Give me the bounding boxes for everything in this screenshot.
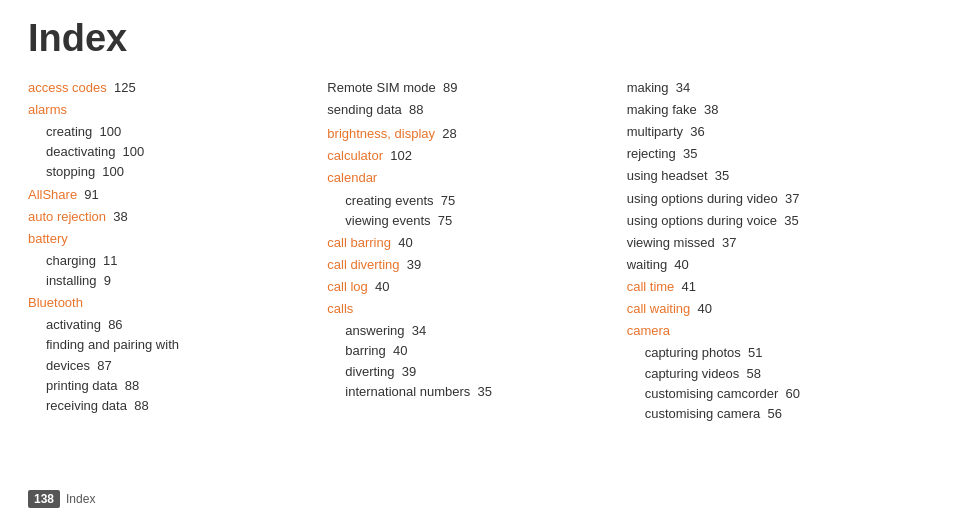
entry-label-call-time: call time bbox=[627, 279, 675, 294]
page-title: Index bbox=[28, 18, 926, 60]
entry-access-codes: access codes 125 bbox=[28, 78, 317, 98]
entry-making-fake: making fake 38 bbox=[627, 100, 916, 120]
entry-label-call-barring: call barring bbox=[327, 235, 391, 250]
entry-allshare: AllShare 91 bbox=[28, 185, 317, 205]
page: Index access codes 125 alarms creating 1… bbox=[0, 0, 954, 518]
sub-activating: activating 86 bbox=[46, 315, 317, 335]
entry-alarms: alarms bbox=[28, 100, 317, 120]
column-1: access codes 125 alarms creating 100 dea… bbox=[28, 78, 327, 418]
entry-label-call-waiting: call waiting bbox=[627, 301, 691, 316]
entry-brightness: brightness, display 28 bbox=[327, 124, 616, 144]
entry-label-call-log: call log bbox=[327, 279, 367, 294]
entry-using-options-voice: using options during voice 35 bbox=[627, 211, 916, 231]
sub-charging: charging 11 bbox=[46, 251, 317, 271]
footer: 138 Index bbox=[28, 490, 95, 508]
entry-label-allshare: AllShare bbox=[28, 187, 77, 202]
entry-using-headset: using headset 35 bbox=[627, 166, 916, 186]
index-columns: access codes 125 alarms creating 100 dea… bbox=[28, 78, 926, 426]
sub-devices: devices 87 bbox=[46, 356, 317, 376]
column-2: Remote SIM mode 89 sending data 88 brigh… bbox=[327, 78, 626, 404]
sub-deactivating: deactivating 100 bbox=[46, 142, 317, 162]
sub-answering: answering 34 bbox=[345, 321, 616, 341]
sub-finding: finding and pairing with bbox=[46, 335, 317, 355]
sub-creating-events: creating events 75 bbox=[345, 191, 616, 211]
sub-entries-calls: answering 34 barring 40 diverting 39 int… bbox=[327, 321, 616, 402]
entry-label-access-codes: access codes bbox=[28, 80, 107, 95]
sub-entries-bluetooth: activating 86 finding and pairing with d… bbox=[28, 315, 317, 416]
entry-label-calendar: calendar bbox=[327, 170, 377, 185]
entry-call-log: call log 40 bbox=[327, 277, 616, 297]
entry-camera: camera bbox=[627, 321, 916, 341]
sub-entries-camera: capturing photos 51 capturing videos 58 … bbox=[627, 343, 916, 424]
entry-call-time: call time 41 bbox=[627, 277, 916, 297]
sub-diverting: diverting 39 bbox=[345, 362, 616, 382]
entry-label-camera: camera bbox=[627, 323, 670, 338]
entry-viewing-missed: viewing missed 37 bbox=[627, 233, 916, 253]
sub-stopping: stopping 100 bbox=[46, 162, 317, 182]
entry-label-calls: calls bbox=[327, 301, 353, 316]
sub-international: international numbers 35 bbox=[345, 382, 616, 402]
sub-capturing-videos: capturing videos 58 bbox=[645, 364, 916, 384]
sub-entries-battery: charging 11 installing 9 bbox=[28, 251, 317, 291]
footer-page-number: 138 bbox=[28, 490, 60, 508]
sub-capturing-photos: capturing photos 51 bbox=[645, 343, 916, 363]
sub-viewing-events: viewing events 75 bbox=[345, 211, 616, 231]
entry-call-waiting: call waiting 40 bbox=[627, 299, 916, 319]
entry-using-options-video: using options during video 37 bbox=[627, 189, 916, 209]
entry-calls: calls bbox=[327, 299, 616, 319]
sub-printing: printing data 88 bbox=[46, 376, 317, 396]
entry-label-battery: battery bbox=[28, 231, 68, 246]
sub-customising-camcorder: customising camcorder 60 bbox=[645, 384, 916, 404]
entry-auto-rejection: auto rejection 38 bbox=[28, 207, 317, 227]
sub-entries-calendar: creating events 75 viewing events 75 bbox=[327, 191, 616, 231]
entry-making: making 34 bbox=[627, 78, 916, 98]
entry-remote-sim: Remote SIM mode 89 bbox=[327, 78, 616, 98]
entry-sending-data: sending data 88 bbox=[327, 100, 616, 120]
entry-label-bluetooth: Bluetooth bbox=[28, 295, 83, 310]
sub-receiving: receiving data 88 bbox=[46, 396, 317, 416]
entry-multiparty: multiparty 36 bbox=[627, 122, 916, 142]
entry-label-alarms: alarms bbox=[28, 102, 67, 117]
entry-call-diverting: call diverting 39 bbox=[327, 255, 616, 275]
entry-calendar: calendar bbox=[327, 168, 616, 188]
entry-battery: battery bbox=[28, 229, 317, 249]
entry-rejecting: rejecting 35 bbox=[627, 144, 916, 164]
entry-calculator: calculator 102 bbox=[327, 146, 616, 166]
sub-customising-camera: customising camera 56 bbox=[645, 404, 916, 424]
sub-entries-alarms: creating 100 deactivating 100 stopping 1… bbox=[28, 122, 317, 182]
entry-label-brightness: brightness, display bbox=[327, 126, 435, 141]
entry-waiting: waiting 40 bbox=[627, 255, 916, 275]
footer-label: Index bbox=[66, 492, 95, 506]
entry-label-call-diverting: call diverting bbox=[327, 257, 399, 272]
entry-bluetooth: Bluetooth bbox=[28, 293, 317, 313]
column-3: making 34 making fake 38 multiparty 36 r… bbox=[627, 78, 926, 426]
sub-installing: installing 9 bbox=[46, 271, 317, 291]
sub-creating: creating 100 bbox=[46, 122, 317, 142]
entry-label-calculator: calculator bbox=[327, 148, 383, 163]
sub-barring: barring 40 bbox=[345, 341, 616, 361]
entry-label-auto-rejection: auto rejection bbox=[28, 209, 106, 224]
entry-call-barring: call barring 40 bbox=[327, 233, 616, 253]
